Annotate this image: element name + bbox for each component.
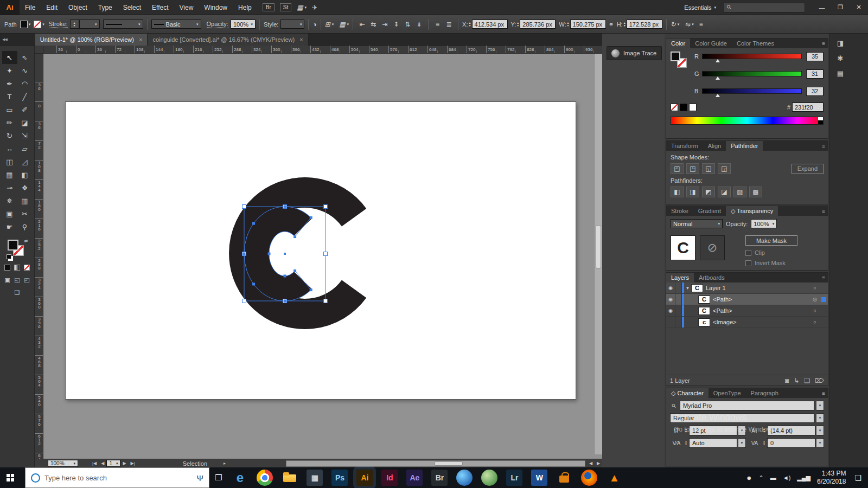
recolor-artwork-icon[interactable]: ◑ (312, 21, 316, 28)
network-icon[interactable]: ▂▄▆ (797, 474, 810, 481)
selection-chip[interactable] (820, 294, 828, 305)
taskbar-clock[interactable]: 1:43 PM 6/20/2018 (817, 470, 846, 486)
word-icon[interactable]: W (531, 470, 547, 486)
mesh-tool[interactable]: ▦ (2, 168, 17, 181)
lock-toggle[interactable] (675, 305, 682, 316)
exclude-icon[interactable]: ◲ (718, 163, 731, 174)
vertical-ruler[interactable]: 3603672108144180216252288324360396432468… (35, 54, 43, 459)
white-swatch[interactable] (689, 104, 697, 111)
people-icon[interactable]: ☻ (746, 474, 752, 481)
menu-item[interactable]: Edit (41, 0, 63, 15)
battery-icon[interactable]: ▬ (770, 474, 776, 481)
intersect-icon[interactable]: ◱ (702, 163, 715, 174)
gpu-performance-icon[interactable]: ✈ (312, 4, 317, 11)
hand-tool[interactable]: ☛ (2, 220, 17, 233)
color-button[interactable] (3, 264, 12, 272)
panel-tab[interactable]: Gradient (693, 206, 726, 216)
lock-toggle[interactable] (675, 282, 682, 293)
slice-tool[interactable]: ✂ (17, 207, 33, 220)
hidden-icons-caret[interactable]: ⌃ (759, 474, 764, 481)
status-flyout-icon[interactable]: ▸ (224, 461, 226, 466)
slider-thumb[interactable] (716, 76, 720, 80)
rotate-tool[interactable]: ↻ (2, 129, 17, 142)
leading-field[interactable]: (14.4 pt) (767, 426, 815, 435)
channel-slider[interactable] (702, 88, 802, 94)
menu-item[interactable]: View (174, 0, 199, 15)
menu-item[interactable]: Window (199, 0, 233, 15)
menu-item[interactable]: Effect (146, 0, 174, 15)
photos-app-icon[interactable]: ▦ (307, 470, 323, 486)
tab-close-icon[interactable]: × (139, 36, 142, 43)
scale-tool[interactable]: ⇲ (17, 129, 33, 142)
stroke-swatch[interactable]: ▾ (34, 21, 44, 28)
layer-row[interactable]: c <Image> ○ (666, 317, 828, 328)
lasso-tool[interactable]: ∿ (17, 64, 33, 77)
vlc-icon[interactable]: ▲ (606, 470, 622, 486)
distribute-horizontal-icon[interactable]: ≣ (444, 20, 454, 29)
target-circle-icon[interactable]: ○ (810, 308, 820, 313)
ruler-origin-corner[interactable] (35, 46, 43, 54)
style-dropdown[interactable]: ▾ (280, 20, 304, 29)
panel-tab[interactable]: Color (666, 38, 690, 48)
start-button[interactable] (0, 467, 25, 488)
scroll-left-icon[interactable]: ◀ (589, 461, 592, 466)
rectangle-tool[interactable]: ▭ (2, 103, 17, 116)
x-field[interactable]: 412.534 px (472, 20, 508, 29)
lightroom-icon[interactable]: Lr (506, 470, 522, 486)
search-input[interactable]: ⚲ (724, 3, 805, 12)
width-profile-dropdown[interactable]: ▾ (103, 20, 143, 29)
panel-menu-icon[interactable]: ≡ (822, 390, 825, 396)
draw-behind-icon[interactable]: ◱ (13, 276, 22, 284)
black-corner-swatch[interactable] (818, 120, 823, 124)
layer-row[interactable]: ◉ C <Path> ◎ (666, 294, 828, 305)
rotate-angle-icon[interactable]: ↻▾ (671, 21, 680, 28)
artboard-tool[interactable]: ▣ (2, 207, 17, 220)
opacity-field[interactable]: 100%▾ (751, 219, 777, 228)
layer-name[interactable]: Layer 1 (706, 285, 726, 291)
visibility-toggle[interactable] (666, 317, 675, 328)
delete-layer-icon[interactable]: ⌦ (815, 377, 824, 384)
menu-item[interactable]: Object (63, 0, 93, 15)
panel-tab[interactable]: Color Themes (732, 38, 779, 48)
font-family-dropdown[interactable]: Myriad Pro (680, 401, 814, 410)
unite-icon[interactable]: ◰ (671, 163, 684, 174)
color-spectrum[interactable] (671, 117, 824, 125)
new-layer-icon[interactable]: ❏ (804, 377, 810, 384)
panel-tab[interactable]: Stroke (666, 206, 693, 216)
cortana-icon[interactable] (31, 473, 40, 483)
brush-definition-dropdown[interactable]: Basic▾ (151, 20, 201, 29)
target-circle-icon[interactable]: ◎ (810, 297, 820, 302)
direct-selection-tool[interactable]: ⇖ (17, 51, 33, 64)
close-button[interactable]: ✕ (850, 0, 868, 15)
menu-item[interactable]: Type (93, 0, 118, 15)
target-circle-icon[interactable]: ○ (810, 319, 820, 325)
kerning-field[interactable]: Auto (689, 438, 737, 448)
menu-item[interactable]: Help (233, 0, 257, 15)
align-top-icon[interactable]: ⇞ (391, 20, 401, 29)
stroke-weight-label[interactable]: Stroke: (49, 21, 68, 28)
channel-value-field[interactable]: 31 (806, 69, 824, 79)
screen-mode-icon[interactable]: ❏ (13, 288, 22, 297)
stock-button[interactable]: St (280, 3, 291, 11)
tab-close-icon[interactable]: × (299, 36, 303, 43)
horizontal-ruler[interactable]: 3603672108144180216252288324360396432468… (43, 46, 602, 54)
reference-point-icon[interactable]: ⊞▾ (325, 21, 334, 28)
last-artboard-button[interactable]: ▶| (131, 461, 135, 466)
align-center-horizontal-icon[interactable]: ⇆ (368, 20, 379, 29)
dropdown-arrow-icon[interactable]: ▾ (738, 426, 746, 435)
microphone-icon[interactable]: Ψ (196, 473, 203, 483)
panel-tab[interactable]: Pathfinder (726, 141, 763, 151)
slider-thumb[interactable] (716, 59, 720, 62)
gradient-tool[interactable]: ◧ (17, 168, 33, 181)
layer-row[interactable]: ◉ ▼ C Layer 1 ○ (666, 282, 828, 294)
arrange-documents-icon[interactable]: ▦▾ (297, 4, 307, 11)
channel-value-field[interactable]: 32 (806, 87, 824, 96)
image-trace-panel-button[interactable]: Image Trace (607, 46, 662, 60)
opacity-label[interactable]: Opacity: (207, 21, 228, 28)
vertical-scrollbar[interactable] (594, 54, 602, 454)
pencil-tool[interactable]: ✏ (2, 116, 17, 129)
distribute-vertical-icon[interactable]: ≡ (432, 20, 443, 29)
channel-slider[interactable] (702, 71, 802, 76)
blend-tool[interactable]: ❖ (17, 181, 33, 194)
new-sublayer-icon[interactable]: ↳ (794, 377, 799, 384)
